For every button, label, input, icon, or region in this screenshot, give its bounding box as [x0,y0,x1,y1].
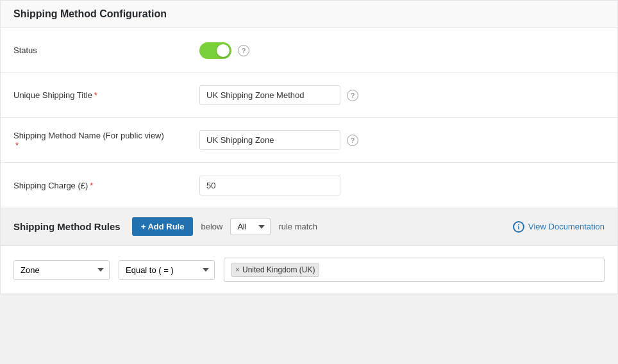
unique-title-field: ? [187,76,617,114]
unique-title-required: * [94,90,97,100]
method-name-required: * [15,140,19,150]
unique-title-input[interactable] [199,85,340,105]
method-name-help-icon[interactable]: ? [347,135,358,146]
rule-operator-select[interactable]: Equal to ( = ) Not equal to Greater than… [119,260,215,280]
view-doc-label: View Documentation [528,222,605,231]
method-name-input[interactable] [199,130,340,150]
rules-header: Shipping Method Rules + Add Rule below A… [1,208,617,245]
rule-row: Zone Weight Price Quantity Equal to ( = … [1,245,617,294]
tag-remove-icon[interactable]: × [235,266,240,274]
toggle-slider [199,42,231,59]
status-field: ? [187,33,617,68]
unique-title-label: Unique Shipping Title* [1,81,187,109]
status-toggle[interactable] [199,42,231,59]
add-rule-button[interactable]: + Add Rule [132,217,194,236]
match-dropdown[interactable]: All Any [230,218,271,235]
view-documentation-link[interactable]: i View Documentation [513,221,605,233]
status-help-icon[interactable]: ? [238,45,249,56]
config-section-header: Shipping Method Configuration [1,1,617,28]
shipping-charge-input[interactable] [199,176,340,195]
rule-condition-select[interactable]: Zone Weight Price Quantity [13,260,110,280]
shipping-charge-row: Shipping Charge (£)* [1,163,617,208]
unique-title-row: Unique Shipping Title* ? [1,73,617,118]
method-name-row: Shipping Method Name (For public view) *… [1,118,617,163]
below-text: below [201,222,222,231]
config-section-title: Shipping Method Configuration [13,8,605,20]
method-name-field: ? [187,121,617,159]
shipping-charge-label: Shipping Charge (£)* [1,172,187,199]
page-wrapper: Shipping Method Configuration Status ? U… [0,0,618,364]
status-row: Status ? [1,28,617,73]
tag-input-box[interactable]: × United Kingdom (UK) [224,258,605,282]
uk-tag: × United Kingdom (UK) [231,263,319,277]
method-name-label: Shipping Method Name (For public view) * [1,122,187,159]
rule-match-text: rule match [278,222,317,231]
rules-section: Shipping Method Rules + Add Rule below A… [0,208,618,294]
shipping-charge-required: * [90,181,93,190]
rules-section-title: Shipping Method Rules [13,221,121,232]
unique-title-help-icon[interactable]: ? [347,90,358,101]
shipping-charge-field [187,167,617,204]
config-section: Shipping Method Configuration Status ? U… [0,0,618,208]
info-circle-icon: i [513,221,524,233]
status-label: Status [1,37,187,64]
tag-label: United Kingdom (UK) [242,265,315,274]
